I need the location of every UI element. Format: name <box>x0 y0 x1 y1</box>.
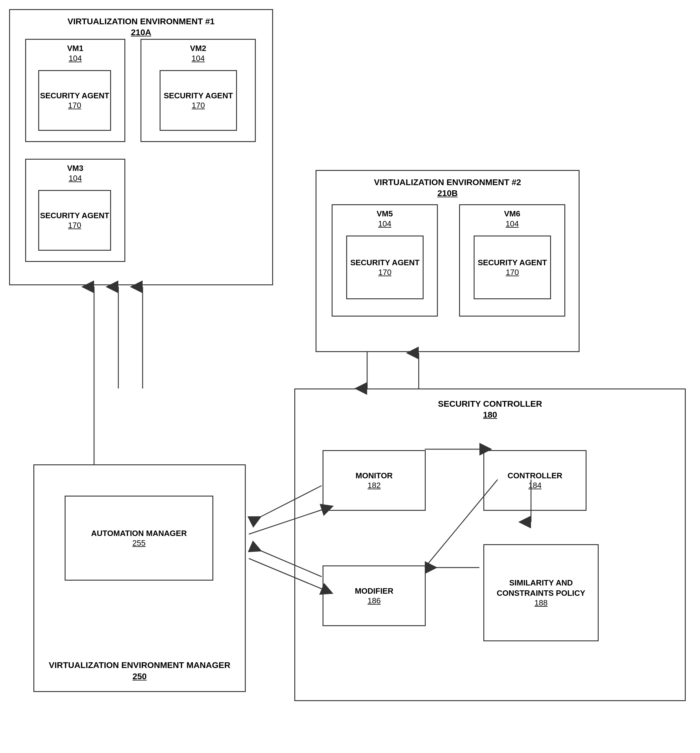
sc-title: SECURITY CONTROLLER <box>295 398 685 409</box>
controller-label: CONTROLLER <box>508 471 563 481</box>
monitor-box: MONITOR 182 <box>323 450 426 511</box>
vm2-label: VM2 <box>141 44 255 54</box>
vm1-ref: 104 <box>26 54 125 63</box>
vm3-agent-label: SECURITY AGENT <box>40 211 109 221</box>
vm6-outer-box: VM6 104 SECURITY AGENT 170 <box>459 204 565 317</box>
monitor-label: MONITOR <box>355 471 393 481</box>
vm3-ref: 104 <box>26 173 125 183</box>
vm1-agent-box: SECURITY AGENT 170 <box>38 70 111 131</box>
vm2-agent-ref: 170 <box>192 101 205 110</box>
controller-ref: 184 <box>528 481 541 490</box>
vm3-label: VM3 <box>26 163 125 173</box>
modifier-label: MODIFIER <box>355 586 393 597</box>
diagram: VIRTUALIZATION ENVIRONMENT #1 210A VM1 1… <box>0 0 700 753</box>
vm2-outer-box: VM2 104 SECURITY AGENT 170 <box>140 39 256 142</box>
vm5-outer-box: VM5 104 SECURITY AGENT 170 <box>332 204 438 317</box>
am-label: AUTOMATION MANAGER <box>91 528 187 539</box>
vm2-ref: 104 <box>141 54 255 63</box>
vm1-label: VM1 <box>26 44 125 54</box>
vem-ref: 250 <box>34 671 245 682</box>
ve2-title: VIRTUALIZATION ENVIRONMENT #2 <box>316 177 578 188</box>
vm1-agent-label: SECURITY AGENT <box>40 91 109 101</box>
vm2-agent-box: SECURITY AGENT 170 <box>160 70 237 131</box>
vm6-agent-ref: 170 <box>506 268 519 277</box>
vm3-outer-box: VM3 104 SECURITY AGENT 170 <box>25 159 125 262</box>
vm6-ref: 104 <box>460 219 564 228</box>
vm5-label: VM5 <box>332 209 437 219</box>
am-box: AUTOMATION MANAGER 255 <box>65 496 213 581</box>
scp-label: SIMILARITY AND CONSTRAINTS POLICY <box>484 578 598 598</box>
monitor-ref: 182 <box>368 481 380 490</box>
vm5-agent-box: SECURITY AGENT 170 <box>346 236 424 299</box>
vm3-agent-box: SECURITY AGENT 170 <box>38 190 111 251</box>
vm1-outer-box: VM1 104 SECURITY AGENT 170 <box>25 39 125 142</box>
vm5-agent-ref: 170 <box>378 268 391 277</box>
scp-box: SIMILARITY AND CONSTRAINTS POLICY 188 <box>483 544 599 641</box>
controller-box: CONTROLLER 184 <box>483 450 586 511</box>
sc-ref: 180 <box>295 409 685 420</box>
ve1-ref: 210A <box>10 27 272 38</box>
vm3-agent-ref: 170 <box>68 221 81 230</box>
ve1-box: VIRTUALIZATION ENVIRONMENT #1 210A VM1 1… <box>9 9 273 285</box>
vm1-agent-ref: 170 <box>68 101 81 110</box>
vm6-agent-label: SECURITY AGENT <box>478 258 547 268</box>
vem-title: VIRTUALIZATION ENVIRONMENT MANAGER <box>34 660 245 671</box>
modifier-ref: 186 <box>368 596 380 606</box>
vm6-label: VM6 <box>460 209 564 219</box>
scp-ref: 188 <box>534 598 547 608</box>
ve1-title: VIRTUALIZATION ENVIRONMENT #1 <box>10 16 272 27</box>
vem-box: AUTOMATION MANAGER 255 VIRTUALIZATION EN… <box>33 464 246 692</box>
vm6-agent-box: SECURITY AGENT 170 <box>474 236 551 299</box>
ve2-box: VIRTUALIZATION ENVIRONMENT #2 210B VM5 1… <box>316 170 580 352</box>
vm2-agent-label: SECURITY AGENT <box>164 91 233 101</box>
security-controller-box: SECURITY CONTROLLER 180 MONITOR 182 CONT… <box>294 389 686 701</box>
vm5-agent-label: SECURITY AGENT <box>350 258 419 268</box>
vm5-ref: 104 <box>332 219 437 228</box>
ve2-ref: 210B <box>316 188 578 199</box>
am-ref: 255 <box>132 538 145 548</box>
modifier-box: MODIFIER 186 <box>323 566 426 626</box>
